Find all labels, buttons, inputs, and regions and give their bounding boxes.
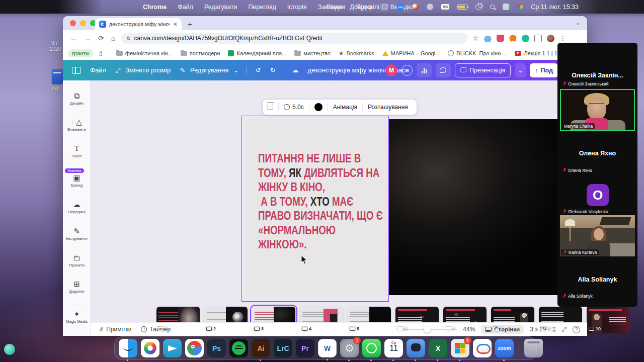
menu-help[interactable]: Довідка — [350, 4, 372, 11]
url-text[interactable]: canva.com/design/DAHA759vgOU/OfQKmpzhGx8… — [134, 35, 323, 42]
sidebar-item-elements[interactable]: ◌△Елементи — [63, 118, 91, 132]
chrome-dock-icon[interactable] — [185, 339, 204, 357]
bookmark-feminist-cinema[interactable]: феміністична кін... — [116, 50, 173, 56]
sidebar-item-text[interactable]: TТекст — [63, 144, 91, 158]
animate-button[interactable]: Анімація — [328, 104, 362, 111]
sidebar-item-apps[interactable]: ⊞Додатки — [63, 280, 91, 294]
bookmark-postmodern[interactable]: постмодерн — [181, 50, 220, 56]
duration-button[interactable]: 5.0с — [279, 104, 309, 111]
lightroom-dock-icon[interactable]: LrC — [274, 339, 292, 357]
finder-dock-icon[interactable] — [119, 339, 137, 357]
menubar-clock[interactable]: Ср 11 лют. 15:33 — [531, 4, 579, 11]
window-minimize-button[interactable] — [80, 20, 86, 26]
cloud-extension-icon[interactable] — [484, 35, 492, 42]
color-swatch-button[interactable] — [309, 103, 328, 111]
canva-resize-button[interactable]: ⤢ Змінити розмір — [115, 66, 171, 74]
tab-overview-chevron-icon[interactable]: ⌄ — [576, 20, 580, 26]
telegram-dock-icon[interactable] — [163, 339, 182, 357]
recording-icon[interactable] — [412, 4, 419, 10]
calendar-dock-icon[interactable]: Ср11 — [384, 339, 403, 357]
fox-extension-icon[interactable] — [509, 35, 517, 42]
window-close-button[interactable] — [70, 20, 76, 26]
desktop-file-icon[interactable] — [52, 69, 63, 84]
thumbnail-slide-10[interactable]: 10 — [587, 307, 630, 333]
word-dock-icon[interactable]: W — [318, 339, 337, 357]
keyboard-language-indicator[interactable]: УК — [441, 4, 449, 10]
back-icon[interactable]: ← — [70, 34, 77, 42]
tab-group-granty[interactable]: гранти — [68, 49, 93, 57]
menu-app-name[interactable]: Chrome — [143, 4, 167, 11]
menu-history[interactable]: Історія — [287, 4, 307, 11]
bookmark-maryna-drive[interactable]: МАРИНА – Googl... — [382, 50, 440, 56]
apps-grid-icon[interactable]: ⣿ — [99, 50, 102, 56]
grid-view-icon[interactable]: ⣿ — [552, 326, 555, 333]
fullscreen-icon[interactable]: ⤢ — [561, 326, 567, 333]
premiere-dock-icon[interactable]: Pr — [296, 339, 314, 357]
chrome-menu-icon[interactable]: ⋮ — [559, 34, 567, 42]
sidebar-item-uploads[interactable]: ☁Передані — [63, 200, 91, 214]
zoom-menubar-icon[interactable]: zm — [396, 3, 404, 11]
help-icon[interactable]: ? — [573, 326, 580, 333]
sidebar-item-magic-media[interactable]: ✦Magic Media — [63, 310, 91, 324]
sidebar-toggle-icon[interactable] — [72, 67, 81, 74]
participant-video-active-speaker[interactable]: Maryna Chaika — [560, 89, 635, 131]
reload-icon[interactable]: ⟳ — [98, 34, 104, 42]
zoom-dock-icon[interactable]: zoom — [495, 339, 514, 357]
add-member-button[interactable]: + — [401, 65, 413, 76]
trash-dock-icon[interactable] — [524, 339, 543, 357]
undo-icon[interactable]: ↺ — [256, 66, 261, 74]
slide-text-block[interactable]: ПИТАННЯ НЕ ЛИШЕ В ТОМУ, ЯК ДИВЛЯТЬСЯ НА … — [245, 119, 388, 295]
menu-edit[interactable]: Редагувати — [204, 4, 237, 11]
profile-avatar[interactable] — [547, 35, 554, 42]
bookmark-blickk[interactable]: BLICKK. Про кіно.... — [448, 50, 507, 56]
url-field[interactable]: ⇅ canva.com/design/DAHA759vgOU/OfQKmpzhG… — [121, 33, 467, 44]
menu-window[interactable]: Вікно — [327, 4, 342, 11]
share-button[interactable]: ↑Под — [530, 63, 558, 77]
camera-app-dock-icon[interactable] — [407, 339, 425, 357]
illustrator-dock-icon[interactable]: Ai — [252, 339, 270, 357]
photos-dock-icon[interactable] — [141, 339, 159, 357]
battery-icon[interactable] — [457, 5, 467, 10]
canva-editing-menu[interactable]: ✎ Редагування ⌄ — [180, 66, 239, 74]
comments-button[interactable] — [436, 63, 451, 77]
new-tab-button[interactable]: + — [188, 20, 192, 28]
whatsapp-dock-icon[interactable] — [362, 339, 381, 357]
bookmark-calendar-plan[interactable]: Календарний пла... — [228, 50, 286, 56]
forward-icon[interactable]: → — [84, 34, 91, 42]
notes-button[interactable]: ⫻Примітки — [100, 326, 132, 333]
canva-file-menu[interactable]: Файл — [90, 66, 106, 74]
bookmark-star-icon[interactable]: ☆ — [472, 34, 479, 42]
participant-video[interactable]: Karina Kurteva — [560, 215, 635, 256]
present-dropdown-chevron[interactable]: ⌄ — [515, 63, 526, 77]
sidebar-item-brand[interactable]: Новинка▣Бренд — [63, 173, 91, 188]
bookmark-mystetstvo[interactable]: мистецтво — [294, 50, 330, 56]
redo-icon[interactable]: ↻ — [270, 66, 276, 74]
extensions-puzzle-icon[interactable] — [534, 35, 542, 42]
slide-image-block[interactable] — [388, 119, 557, 295]
browser-tab[interactable]: деконструкція міфу жіночої ✕ — [95, 18, 182, 30]
member-avatar[interactable]: M — [385, 64, 397, 76]
excel-dock-icon[interactable]: X — [429, 339, 447, 357]
sync-app-dock-icon[interactable] — [473, 339, 492, 357]
adblock-extension-icon[interactable] — [497, 35, 504, 42]
site-settings-icon[interactable]: ⇅ — [126, 36, 130, 41]
bookmark-bookmarks[interactable]: ★Bookmarks — [339, 50, 374, 57]
spotlight-search-icon[interactable] — [490, 5, 495, 9]
delete-button[interactable] — [263, 104, 278, 110]
siri-icon[interactable] — [517, 4, 523, 10]
menu-file[interactable]: Файл — [178, 4, 193, 11]
sidebar-item-design[interactable]: ⧉Дизайн — [63, 92, 91, 106]
microsoft-365-dock-icon[interactable]: 5 — [451, 339, 469, 357]
position-button[interactable]: Розташування — [363, 104, 413, 111]
desktop-widget-icon[interactable] — [4, 344, 15, 355]
insights-button[interactable] — [417, 63, 432, 77]
photoshop-dock-icon[interactable]: Ps — [207, 339, 226, 357]
system-settings-dock-icon[interactable]: ⚙2 — [340, 339, 359, 357]
spotify-dock-icon[interactable] — [229, 339, 248, 357]
menu-view[interactable]: Перегляд — [248, 4, 276, 11]
sidebar-item-projects[interactable]: 🗀Проекти — [63, 253, 91, 267]
user-status-icon[interactable] — [427, 4, 433, 10]
grammar-extension-icon[interactable] — [522, 35, 529, 42]
sidebar-item-tools[interactable]: ✎Інструменти — [63, 227, 91, 241]
present-button[interactable]: 🖵Презентація — [455, 63, 511, 77]
